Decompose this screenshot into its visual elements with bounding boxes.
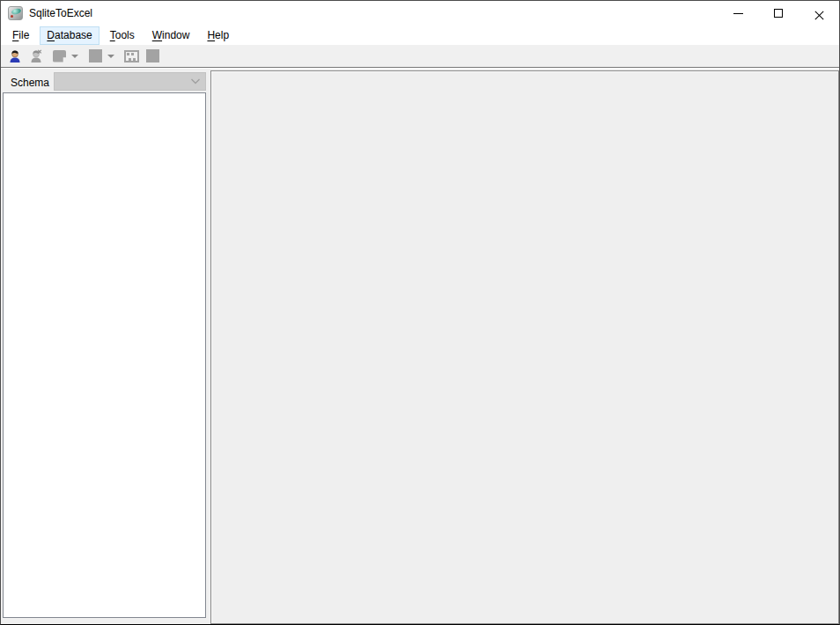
menu-item-tools[interactable]: Tools bbox=[103, 26, 142, 45]
app-icon bbox=[8, 6, 23, 20]
export-file-dropdown-icon[interactable] bbox=[71, 55, 78, 58]
disconnect-database-icon bbox=[29, 49, 43, 63]
export-file-icon bbox=[53, 50, 66, 62]
close-button[interactable] bbox=[799, 1, 839, 26]
menu-item-file[interactable]: File bbox=[5, 26, 36, 45]
maximize-icon bbox=[774, 9, 783, 18]
view-table-icon bbox=[124, 50, 139, 62]
menu-item-window[interactable]: Window bbox=[145, 26, 197, 45]
connect-database-icon bbox=[8, 49, 22, 63]
title-bar[interactable]: SqliteToExcel bbox=[1, 1, 839, 26]
schema-tree-panel[interactable] bbox=[3, 92, 206, 618]
minimize-button[interactable] bbox=[718, 1, 758, 26]
view-table-button[interactable] bbox=[122, 47, 141, 65]
menu-bar: File Database Tools Window Help bbox=[1, 26, 839, 45]
chevron-down-icon bbox=[190, 78, 201, 85]
menu-item-database[interactable]: Database bbox=[40, 26, 99, 45]
window-title: SqliteToExcel bbox=[29, 7, 92, 19]
schema-combobox[interactable] bbox=[54, 72, 206, 91]
export-all-dropdown-icon[interactable] bbox=[107, 55, 114, 58]
export-all-icon bbox=[89, 49, 102, 62]
disconnect-database-button[interactable] bbox=[26, 47, 45, 65]
stop-button[interactable] bbox=[144, 47, 162, 65]
maximize-button[interactable] bbox=[758, 1, 799, 26]
close-icon bbox=[814, 8, 825, 19]
export-all-button[interactable] bbox=[86, 47, 105, 65]
minimize-icon bbox=[733, 13, 743, 14]
connect-database-button[interactable] bbox=[5, 47, 24, 65]
content-area: Schema bbox=[1, 69, 839, 624]
schema-label: Schema bbox=[11, 77, 49, 89]
toolbar bbox=[1, 45, 839, 68]
export-file-button[interactable] bbox=[50, 47, 69, 65]
window-controls bbox=[718, 1, 839, 26]
main-workspace-panel bbox=[210, 70, 839, 624]
app-window: SqliteToExcel File Database Tools Window… bbox=[0, 0, 840, 625]
menu-item-help[interactable]: Help bbox=[200, 26, 236, 45]
stop-icon bbox=[146, 49, 159, 62]
